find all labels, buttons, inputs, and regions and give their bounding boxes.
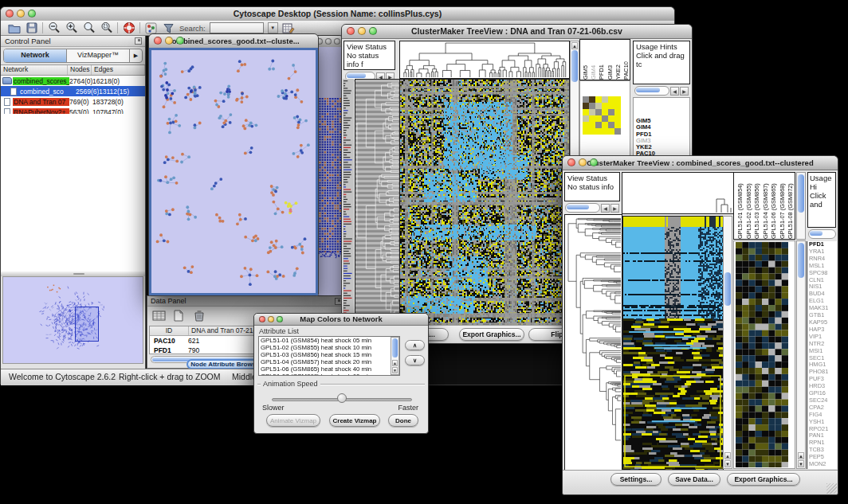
zoom-window-icon[interactable] <box>369 27 377 35</box>
minimize-icon[interactable] <box>17 10 25 18</box>
move-up-button[interactable]: ∧ <box>405 340 425 350</box>
new-attribute-icon[interactable] <box>173 310 187 322</box>
delete-attribute-trash-icon[interactable] <box>194 310 208 322</box>
tab-overflow-icon[interactable]: ▶ <box>129 49 142 62</box>
attribute-list-item[interactable]: GPL51-02 (GSM855) heat shock 10 min <box>259 344 399 351</box>
network-list-row[interactable]: DNA and Tran 07769(0)183728(0) <box>1 96 145 107</box>
col-edges[interactable]: Edges <box>92 65 145 75</box>
attribute-list-item[interactable]: GPL51-07 (GSM868) heat shock 60 min <box>259 373 399 376</box>
tv2-heatmap[interactable] <box>622 216 724 471</box>
done-button[interactable]: Done <box>388 414 418 427</box>
tv2-gene-vscrollbar[interactable]: ▲ ▼ <box>796 240 806 469</box>
scroll-down-icon[interactable]: ▼ <box>724 460 731 467</box>
zoom-window-icon[interactable] <box>176 37 184 45</box>
save-icon[interactable] <box>25 21 38 34</box>
attribute-list-item[interactable]: GPL51-04 (GSM857) heat shock 20 min <box>259 358 399 365</box>
tv1-row-dendrogram[interactable] <box>355 79 400 326</box>
network-canvas-area[interactable] <box>151 50 316 293</box>
scroll-left-icon[interactable]: ◀ <box>601 204 610 213</box>
scroll-up-icon[interactable]: ▲ <box>724 452 731 459</box>
minimize-icon[interactable] <box>268 316 274 322</box>
minimize-icon[interactable] <box>579 158 587 166</box>
overview-viewport-rect[interactable] <box>75 307 99 342</box>
tv2-detail-heatmap[interactable] <box>736 242 788 467</box>
float-panel-icon[interactable] <box>135 37 142 45</box>
network-list-row[interactable]: combined_sco2569(6)13112(15) <box>1 86 145 96</box>
scroll-trough[interactable] <box>808 229 836 239</box>
close-icon[interactable] <box>154 37 162 45</box>
tv2-left-scrollbar[interactable]: ◀ ▶ <box>565 203 619 213</box>
scroll-thumb[interactable] <box>571 50 578 82</box>
scroll-thumb[interactable] <box>798 174 804 213</box>
attribute-list-item[interactable]: GPL51-01 (GSM854) heat shock 05 min <box>259 337 399 344</box>
treeview2-title-bar[interactable]: ClusterMaker TreeView : combined_scores_… <box>563 156 838 170</box>
scroll-thumb[interactable] <box>724 272 731 306</box>
col-network[interactable]: Network <box>1 65 68 75</box>
export-graphics-button[interactable]: Export Graphics... <box>459 328 524 341</box>
column-label[interactable]: GIM5 <box>582 40 589 80</box>
network-list-row[interactable]: combined_scores_2764(0)16218(0) <box>1 76 145 86</box>
scroll-thumb[interactable] <box>347 73 366 78</box>
close-icon[interactable] <box>347 27 355 35</box>
tv2-column-dendrogram[interactable] <box>622 172 734 214</box>
col-nodes[interactable]: Nodes <box>68 65 92 75</box>
column-label[interactable]: GIM4 <box>590 40 597 80</box>
network-overview-panel[interactable] <box>2 276 143 364</box>
tv2-gene-list[interactable]: PFD1YRA1RNR4MSL1SPC98CLN1NIS1BUD4ELG1MAK… <box>807 241 837 469</box>
gene-label[interactable]: MON2 <box>807 461 837 468</box>
help-lifering-icon[interactable] <box>122 21 135 34</box>
attribute-list[interactable]: GPL51-01 (GSM854) heat shock 05 minGPL51… <box>258 336 400 376</box>
tv1-column-dendrogram[interactable] <box>399 41 570 79</box>
column-label[interactable]: GIM3 <box>607 40 614 80</box>
zoom-in-icon[interactable] <box>65 21 78 34</box>
search-input[interactable] <box>210 22 264 33</box>
column-label[interactable]: GPL51-02 (GSM855) <box>745 173 753 239</box>
scroll-up-icon[interactable]: ▲ <box>392 360 398 366</box>
dialog-title-bar[interactable]: Map Colors to Network <box>254 314 428 326</box>
tab-network[interactable]: Network <box>4 49 67 62</box>
create-vizmap-button[interactable]: Create Vizmap <box>329 414 380 427</box>
column-label[interactable]: PAC10 <box>622 40 630 80</box>
zoom-window-icon[interactable] <box>334 38 340 45</box>
vizmapper-nodes-icon[interactable] <box>144 21 158 34</box>
scroll-trough[interactable] <box>634 86 669 96</box>
minimize-icon[interactable] <box>325 38 332 45</box>
column-label[interactable]: PFD1 <box>598 40 605 80</box>
network-graph-canvas[interactable] <box>151 50 314 293</box>
tv2-row-dendrogram[interactable] <box>564 214 622 471</box>
scroll-down-icon[interactable]: ▼ <box>392 367 398 373</box>
main-title-bar[interactable]: Cytoscape Desktop (Session Name: collins… <box>1 7 674 21</box>
column-label[interactable]: GPL51-08 (GSM872) <box>787 173 795 239</box>
overview-canvas[interactable] <box>3 277 143 363</box>
network-view-title-bar[interactable]: combined_scores_good.txt--cluste... <box>149 34 318 49</box>
treeview1-title-bar[interactable]: ClusterMaker TreeView : DNA and Tran 07-… <box>342 25 692 39</box>
zoom-window-icon[interactable] <box>590 158 598 166</box>
scroll-down-icon[interactable]: ▼ <box>798 460 804 467</box>
zoom-out-icon[interactable] <box>47 21 61 34</box>
open-folder-icon[interactable] <box>7 21 21 34</box>
scroll-right-icon[interactable]: ▶ <box>680 87 689 96</box>
tab-vizmapper[interactable]: VizMapper™ <box>67 49 129 62</box>
tv1-heatmap[interactable] <box>399 79 570 326</box>
scroll-thumb[interactable] <box>810 231 822 236</box>
tv2-collabel-vscrollbar[interactable] <box>796 172 806 240</box>
close-icon[interactable] <box>259 316 265 322</box>
scroll-right-icon[interactable]: ▶ <box>610 204 619 213</box>
col-id[interactable]: ID <box>150 326 189 335</box>
animation-speed-slider-thumb[interactable] <box>337 393 347 403</box>
scroll-up-icon[interactable]: ▲ <box>798 452 804 459</box>
column-label[interactable]: YKE2 <box>614 40 622 80</box>
scroll-thumb[interactable] <box>567 205 589 209</box>
column-label[interactable]: GPL51-03 (GSM856) <box>753 173 761 239</box>
zoom-selected-icon[interactable] <box>100 21 113 34</box>
resize-grip[interactable] <box>826 483 837 494</box>
column-label[interactable]: GPL51-01 (GSM854) <box>736 173 744 239</box>
export-graphics-button[interactable]: Export Graphics... <box>727 473 800 486</box>
attribute-list-vscrollbar[interactable]: ▲ ▼ <box>391 337 399 375</box>
scroll-thumb[interactable] <box>392 338 398 357</box>
column-label[interactable]: GPL51-04 (GSM857) <box>762 173 770 239</box>
settings-button[interactable]: Settings... <box>610 473 662 486</box>
scroll-trough[interactable] <box>565 203 600 213</box>
filter-funnel-icon[interactable] <box>162 21 175 34</box>
tv2-heatmap-vscrollbar[interactable]: ▲ ▼ <box>723 216 732 469</box>
